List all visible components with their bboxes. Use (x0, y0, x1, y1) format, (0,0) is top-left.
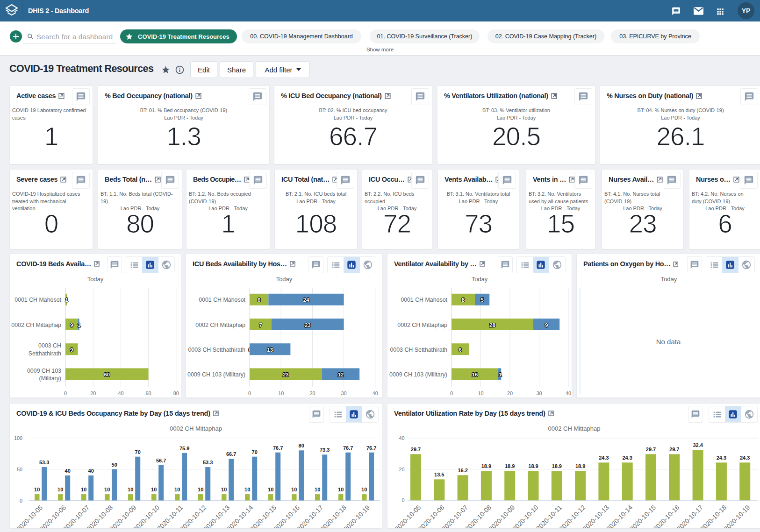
svg-text:53.3: 53.3 (203, 460, 213, 465)
svg-text:2020-10-16: 2020-10-16 (272, 504, 301, 528)
svg-text:23: 23 (283, 372, 289, 377)
svg-text:40: 40 (399, 435, 404, 441)
svg-text:6: 6 (459, 347, 462, 353)
svg-text:2020-10-15: 2020-10-15 (249, 504, 278, 528)
svg-text:1: 1 (65, 297, 68, 303)
svg-text:2020-10-10: 2020-10-10 (132, 504, 161, 528)
svg-text:10: 10 (57, 487, 63, 492)
svg-text:13: 13 (267, 347, 273, 353)
svg-text:(Military): (Military) (39, 375, 62, 382)
svg-text:2020-10-05: 2020-10-05 (393, 504, 422, 528)
svg-text:23: 23 (305, 322, 311, 328)
svg-text:53.3: 53.3 (39, 460, 49, 465)
svg-text:2020-10-05: 2020-10-05 (15, 504, 44, 528)
svg-text:50: 50 (112, 462, 117, 468)
svg-text:20: 20 (399, 467, 404, 472)
svg-text:2020-10-19: 2020-10-19 (722, 504, 751, 528)
svg-text:10: 10 (81, 487, 86, 492)
svg-text:24.3: 24.3 (622, 455, 632, 461)
svg-text:9: 9 (545, 322, 548, 328)
svg-text:24.3: 24.3 (717, 455, 726, 461)
svg-text:18.9: 18.9 (481, 463, 491, 469)
svg-text:18.9: 18.9 (552, 463, 562, 469)
svg-text:70: 70 (252, 449, 258, 455)
svg-text:2020-10-12: 2020-10-12 (179, 504, 208, 528)
svg-text:40: 40 (88, 468, 94, 474)
svg-text:8: 8 (462, 297, 465, 303)
svg-text:2020-10-18: 2020-10-18 (699, 504, 728, 528)
svg-text:10: 10 (174, 487, 180, 492)
svg-text:9: 9 (70, 322, 73, 328)
svg-text:2020-10-17: 2020-10-17 (295, 504, 324, 528)
svg-text:0: 0 (20, 498, 22, 504)
svg-text:16: 16 (472, 372, 478, 377)
svg-text:24: 24 (303, 297, 309, 303)
svg-text:40: 40 (566, 390, 571, 396)
svg-text:0001 CH Mahosot: 0001 CH Mahosot (199, 297, 245, 303)
svg-text:24.3: 24.3 (740, 455, 750, 461)
svg-text:2020-10-07: 2020-10-07 (62, 504, 91, 528)
svg-text:0003 CH Setthathirath: 0003 CH Setthathirath (188, 347, 245, 353)
svg-text:Setthathirath: Setthathirath (29, 350, 61, 357)
svg-text:20: 20 (507, 390, 513, 396)
svg-text:2020-10-08: 2020-10-08 (85, 504, 114, 528)
svg-text:56.7: 56.7 (156, 458, 166, 463)
svg-text:2020-10-09: 2020-10-09 (108, 504, 137, 528)
svg-text:20: 20 (90, 390, 96, 396)
svg-text:2020-10-11: 2020-10-11 (156, 504, 184, 528)
svg-text:30: 30 (341, 390, 347, 396)
svg-text:70: 70 (135, 449, 141, 455)
svg-text:16.2: 16.2 (458, 468, 467, 473)
svg-text:2020-10-16: 2020-10-16 (652, 504, 681, 528)
svg-text:30: 30 (536, 390, 542, 396)
svg-text:6: 6 (258, 297, 260, 303)
svg-text:29.7: 29.7 (669, 447, 679, 452)
svg-text:2020-10-09: 2020-10-09 (487, 504, 516, 528)
svg-text:2020-10-12: 2020-10-12 (558, 504, 587, 528)
svg-text:80: 80 (299, 443, 304, 448)
svg-text:10: 10 (478, 390, 483, 396)
svg-text:24.3: 24.3 (599, 455, 609, 461)
svg-text:10: 10 (244, 487, 250, 492)
svg-text:32.4: 32.4 (693, 442, 703, 448)
svg-text:28: 28 (489, 322, 495, 328)
svg-text:60: 60 (146, 390, 151, 396)
svg-text:40: 40 (118, 390, 123, 396)
svg-text:18.9: 18.9 (575, 463, 585, 469)
svg-text:80: 80 (173, 390, 179, 396)
svg-text:13.5: 13.5 (434, 472, 444, 477)
svg-text:0001 CH Mahosot: 0001 CH Mahosot (14, 297, 61, 303)
svg-text:2020-10-10: 2020-10-10 (511, 504, 540, 528)
svg-text:1: 1 (499, 372, 502, 377)
svg-text:73.3: 73.3 (320, 447, 330, 453)
svg-text:0009 CH 103 (Military): 0009 CH 103 (Military) (389, 371, 447, 378)
svg-text:18.9: 18.9 (505, 463, 515, 469)
svg-text:29.7: 29.7 (646, 447, 656, 452)
svg-text:5: 5 (480, 297, 484, 303)
svg-text:No data: No data (656, 338, 681, 346)
svg-text:100: 100 (14, 435, 22, 441)
svg-text:10: 10 (151, 487, 157, 492)
svg-text:2020-10-08: 2020-10-08 (464, 504, 493, 528)
svg-text:29.7: 29.7 (411, 447, 421, 452)
svg-text:2020-10-13: 2020-10-13 (202, 504, 231, 528)
svg-text:0: 0 (248, 390, 251, 396)
svg-text:18.9: 18.9 (528, 463, 538, 469)
svg-text:2020-10-19: 2020-10-19 (342, 504, 371, 528)
svg-text:9: 9 (70, 347, 73, 353)
svg-text:76.7: 76.7 (273, 445, 283, 451)
svg-text:10: 10 (278, 390, 284, 396)
svg-text:10: 10 (291, 487, 297, 492)
svg-text:40: 40 (373, 390, 378, 396)
svg-text:40: 40 (65, 468, 71, 474)
svg-text:12: 12 (338, 372, 344, 377)
svg-text:0003 CH: 0003 CH (38, 342, 61, 349)
svg-text:2020-10-18: 2020-10-18 (319, 504, 348, 528)
svg-text:0009 CH 103 (Military): 0009 CH 103 (Military) (187, 371, 245, 378)
svg-text:2020-10-06: 2020-10-06 (417, 504, 446, 528)
svg-text:50: 50 (17, 467, 22, 472)
svg-text:10: 10 (338, 487, 344, 492)
svg-text:2020-10-14: 2020-10-14 (225, 504, 254, 528)
svg-text:10: 10 (268, 487, 273, 492)
svg-text:20: 20 (309, 390, 315, 396)
